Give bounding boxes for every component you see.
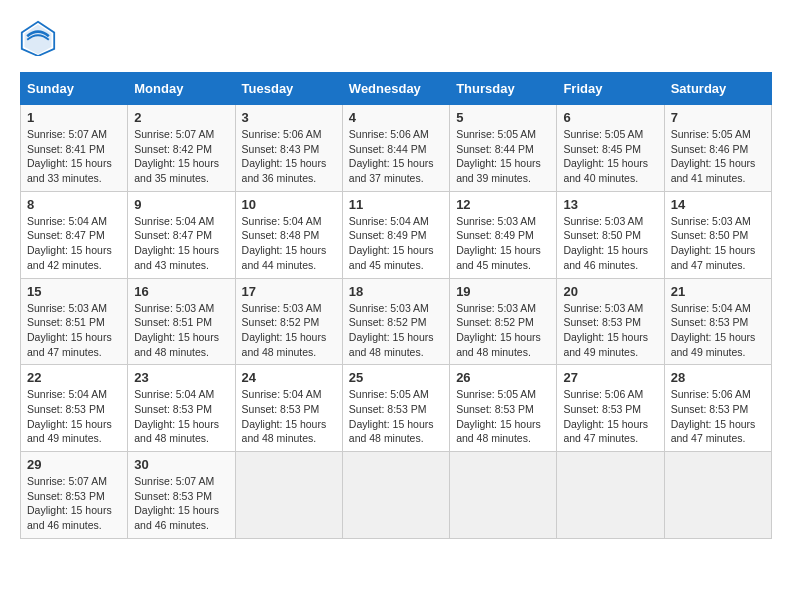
header-friday: Friday: [557, 73, 664, 105]
day-info: Sunrise: 5:03 AM Sunset: 8:49 PM Dayligh…: [456, 214, 550, 273]
day-info: Sunrise: 5:04 AM Sunset: 8:49 PM Dayligh…: [349, 214, 443, 273]
calendar-cell: 10 Sunrise: 5:04 AM Sunset: 8:48 PM Dayl…: [235, 191, 342, 278]
calendar-cell: 23 Sunrise: 5:04 AM Sunset: 8:53 PM Dayl…: [128, 365, 235, 452]
header-row: SundayMondayTuesdayWednesdayThursdayFrid…: [21, 73, 772, 105]
day-number: 9: [134, 197, 228, 212]
week-row-2: 8 Sunrise: 5:04 AM Sunset: 8:47 PM Dayli…: [21, 191, 772, 278]
header: [20, 20, 772, 56]
day-number: 17: [242, 284, 336, 299]
header-tuesday: Tuesday: [235, 73, 342, 105]
calendar-body: 1 Sunrise: 5:07 AM Sunset: 8:41 PM Dayli…: [21, 105, 772, 539]
day-number: 20: [563, 284, 657, 299]
day-number: 11: [349, 197, 443, 212]
calendar-cell: 5 Sunrise: 5:05 AM Sunset: 8:44 PM Dayli…: [450, 105, 557, 192]
day-number: 3: [242, 110, 336, 125]
day-info: Sunrise: 5:04 AM Sunset: 8:47 PM Dayligh…: [134, 214, 228, 273]
calendar-cell: 15 Sunrise: 5:03 AM Sunset: 8:51 PM Dayl…: [21, 278, 128, 365]
calendar-cell: 21 Sunrise: 5:04 AM Sunset: 8:53 PM Dayl…: [664, 278, 771, 365]
day-info: Sunrise: 5:04 AM Sunset: 8:47 PM Dayligh…: [27, 214, 121, 273]
calendar-cell: 18 Sunrise: 5:03 AM Sunset: 8:52 PM Dayl…: [342, 278, 449, 365]
day-info: Sunrise: 5:04 AM Sunset: 8:53 PM Dayligh…: [242, 387, 336, 446]
calendar-header: SundayMondayTuesdayWednesdayThursdayFrid…: [21, 73, 772, 105]
calendar-cell: 9 Sunrise: 5:04 AM Sunset: 8:47 PM Dayli…: [128, 191, 235, 278]
day-info: Sunrise: 5:05 AM Sunset: 8:45 PM Dayligh…: [563, 127, 657, 186]
logo-icon: [20, 20, 56, 56]
calendar-cell: 14 Sunrise: 5:03 AM Sunset: 8:50 PM Dayl…: [664, 191, 771, 278]
day-info: Sunrise: 5:03 AM Sunset: 8:52 PM Dayligh…: [242, 301, 336, 360]
calendar-cell: 3 Sunrise: 5:06 AM Sunset: 8:43 PM Dayli…: [235, 105, 342, 192]
day-info: Sunrise: 5:07 AM Sunset: 8:42 PM Dayligh…: [134, 127, 228, 186]
day-number: 16: [134, 284, 228, 299]
day-info: Sunrise: 5:06 AM Sunset: 8:44 PM Dayligh…: [349, 127, 443, 186]
day-info: Sunrise: 5:03 AM Sunset: 8:53 PM Dayligh…: [563, 301, 657, 360]
day-info: Sunrise: 5:05 AM Sunset: 8:53 PM Dayligh…: [456, 387, 550, 446]
day-info: Sunrise: 5:03 AM Sunset: 8:50 PM Dayligh…: [671, 214, 765, 273]
day-number: 6: [563, 110, 657, 125]
logo: [20, 20, 60, 56]
calendar-cell: [342, 452, 449, 539]
calendar-cell: 22 Sunrise: 5:04 AM Sunset: 8:53 PM Dayl…: [21, 365, 128, 452]
day-number: 1: [27, 110, 121, 125]
header-thursday: Thursday: [450, 73, 557, 105]
calendar-cell: 25 Sunrise: 5:05 AM Sunset: 8:53 PM Dayl…: [342, 365, 449, 452]
header-monday: Monday: [128, 73, 235, 105]
day-info: Sunrise: 5:05 AM Sunset: 8:53 PM Dayligh…: [349, 387, 443, 446]
calendar-cell: 30 Sunrise: 5:07 AM Sunset: 8:53 PM Dayl…: [128, 452, 235, 539]
day-info: Sunrise: 5:05 AM Sunset: 8:44 PM Dayligh…: [456, 127, 550, 186]
calendar-cell: 11 Sunrise: 5:04 AM Sunset: 8:49 PM Dayl…: [342, 191, 449, 278]
day-number: 12: [456, 197, 550, 212]
day-number: 15: [27, 284, 121, 299]
calendar-cell: 29 Sunrise: 5:07 AM Sunset: 8:53 PM Dayl…: [21, 452, 128, 539]
day-info: Sunrise: 5:07 AM Sunset: 8:53 PM Dayligh…: [27, 474, 121, 533]
header-wednesday: Wednesday: [342, 73, 449, 105]
day-number: 5: [456, 110, 550, 125]
calendar-cell: 6 Sunrise: 5:05 AM Sunset: 8:45 PM Dayli…: [557, 105, 664, 192]
day-info: Sunrise: 5:04 AM Sunset: 8:48 PM Dayligh…: [242, 214, 336, 273]
day-number: 26: [456, 370, 550, 385]
calendar-cell: 1 Sunrise: 5:07 AM Sunset: 8:41 PM Dayli…: [21, 105, 128, 192]
header-saturday: Saturday: [664, 73, 771, 105]
day-number: 18: [349, 284, 443, 299]
week-row-1: 1 Sunrise: 5:07 AM Sunset: 8:41 PM Dayli…: [21, 105, 772, 192]
day-info: Sunrise: 5:03 AM Sunset: 8:51 PM Dayligh…: [134, 301, 228, 360]
calendar-cell: 4 Sunrise: 5:06 AM Sunset: 8:44 PM Dayli…: [342, 105, 449, 192]
day-number: 22: [27, 370, 121, 385]
calendar-cell: [235, 452, 342, 539]
week-row-5: 29 Sunrise: 5:07 AM Sunset: 8:53 PM Dayl…: [21, 452, 772, 539]
calendar-cell: 20 Sunrise: 5:03 AM Sunset: 8:53 PM Dayl…: [557, 278, 664, 365]
calendar-cell: [664, 452, 771, 539]
day-number: 28: [671, 370, 765, 385]
calendar-cell: [450, 452, 557, 539]
calendar-cell: 8 Sunrise: 5:04 AM Sunset: 8:47 PM Dayli…: [21, 191, 128, 278]
day-info: Sunrise: 5:06 AM Sunset: 8:53 PM Dayligh…: [671, 387, 765, 446]
day-number: 29: [27, 457, 121, 472]
day-info: Sunrise: 5:06 AM Sunset: 8:43 PM Dayligh…: [242, 127, 336, 186]
day-number: 24: [242, 370, 336, 385]
day-info: Sunrise: 5:03 AM Sunset: 8:50 PM Dayligh…: [563, 214, 657, 273]
day-number: 23: [134, 370, 228, 385]
day-number: 27: [563, 370, 657, 385]
day-info: Sunrise: 5:04 AM Sunset: 8:53 PM Dayligh…: [671, 301, 765, 360]
day-info: Sunrise: 5:06 AM Sunset: 8:53 PM Dayligh…: [563, 387, 657, 446]
day-number: 2: [134, 110, 228, 125]
calendar-cell: [557, 452, 664, 539]
day-number: 7: [671, 110, 765, 125]
day-number: 13: [563, 197, 657, 212]
day-number: 25: [349, 370, 443, 385]
day-number: 14: [671, 197, 765, 212]
day-number: 21: [671, 284, 765, 299]
calendar-cell: 13 Sunrise: 5:03 AM Sunset: 8:50 PM Dayl…: [557, 191, 664, 278]
day-info: Sunrise: 5:03 AM Sunset: 8:52 PM Dayligh…: [349, 301, 443, 360]
calendar: SundayMondayTuesdayWednesdayThursdayFrid…: [20, 72, 772, 539]
week-row-3: 15 Sunrise: 5:03 AM Sunset: 8:51 PM Dayl…: [21, 278, 772, 365]
calendar-cell: 7 Sunrise: 5:05 AM Sunset: 8:46 PM Dayli…: [664, 105, 771, 192]
day-number: 4: [349, 110, 443, 125]
calendar-cell: 2 Sunrise: 5:07 AM Sunset: 8:42 PM Dayli…: [128, 105, 235, 192]
day-info: Sunrise: 5:03 AM Sunset: 8:52 PM Dayligh…: [456, 301, 550, 360]
calendar-cell: 12 Sunrise: 5:03 AM Sunset: 8:49 PM Dayl…: [450, 191, 557, 278]
day-info: Sunrise: 5:04 AM Sunset: 8:53 PM Dayligh…: [27, 387, 121, 446]
calendar-cell: 16 Sunrise: 5:03 AM Sunset: 8:51 PM Dayl…: [128, 278, 235, 365]
day-info: Sunrise: 5:07 AM Sunset: 8:53 PM Dayligh…: [134, 474, 228, 533]
day-info: Sunrise: 5:04 AM Sunset: 8:53 PM Dayligh…: [134, 387, 228, 446]
calendar-cell: 27 Sunrise: 5:06 AM Sunset: 8:53 PM Dayl…: [557, 365, 664, 452]
